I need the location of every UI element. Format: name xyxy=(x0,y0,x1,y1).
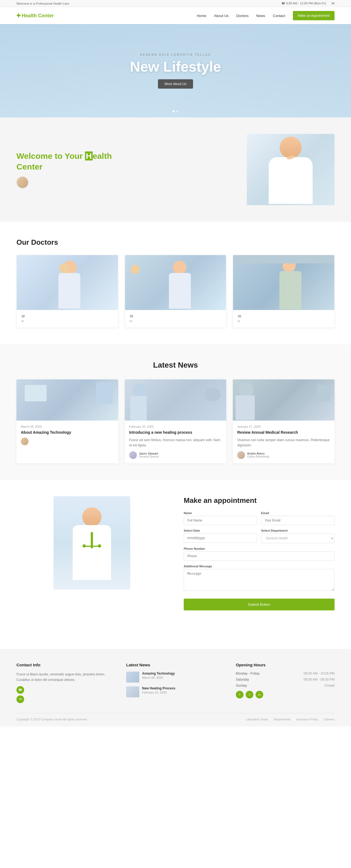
news-card-3: January 27, 2020 Review Annual Medical R… xyxy=(233,379,334,463)
news-author-avatar-2 xyxy=(129,451,137,459)
doctor-email-icon: ✉ xyxy=(237,319,242,323)
footer-news-title-1: Amazing Technology xyxy=(142,672,175,675)
welcome-avatar xyxy=(17,177,29,188)
welcome-heading: Welcome to Your HealthCenter xyxy=(17,151,167,172)
doctor-card-body-2: ☎ ✉ xyxy=(125,310,226,328)
doctors-section: Our Doctors ☎ ✉ xyxy=(0,222,351,344)
email-input[interactable] xyxy=(261,516,334,525)
news-date-1: March 08, 2020 xyxy=(21,425,114,428)
news-title-3: Review Annual Medical Research xyxy=(237,430,330,435)
make-appointment-button[interactable]: Make an Appointment xyxy=(293,11,334,20)
hours-day-3: Sunday xyxy=(236,684,247,687)
doctor-card: ☎ ✉ xyxy=(125,255,226,328)
hero-dot-1[interactable] xyxy=(172,110,175,113)
news-card-1: March 08, 2020 About Amazing Technology xyxy=(17,379,118,463)
department-select[interactable]: General HealthCardiologyNeurologyPediatr… xyxy=(261,533,334,543)
news-body-1: March 08, 2020 About Amazing Technology xyxy=(17,421,118,450)
hero-dot-2[interactable] xyxy=(176,110,179,113)
doctor-contact-2: ☎ ✉ xyxy=(129,314,133,323)
topbar: Welcome to a Professional Health Care ☎ … xyxy=(0,0,351,7)
footer-news-thumb-2 xyxy=(126,686,139,698)
news-image-1 xyxy=(17,379,118,421)
footer-grid: Contact Info Fusce ut libero iaculis, ve… xyxy=(17,662,334,705)
footer-copyright: Copyright © 2023 Company name All rights… xyxy=(17,718,87,721)
welcome-heading-part1: Welcome to Your xyxy=(17,151,85,160)
name-label: Name xyxy=(184,512,257,515)
footer-email-row: ✉ xyxy=(17,695,115,703)
social-facebook[interactable]: f xyxy=(236,691,244,699)
phone-label: Phone Number xyxy=(184,547,334,550)
news-grid: March 08, 2020 About Amazing Technology … xyxy=(17,379,334,463)
news-author-2: Jason Stewart General Director xyxy=(129,451,222,459)
topbar-email-icon: ✉ xyxy=(331,1,334,5)
footer-phone-icon: ☎ xyxy=(17,686,24,694)
nav-home[interactable]: Home xyxy=(197,14,206,18)
doctor-email-icon: ✉ xyxy=(129,319,133,323)
name-input[interactable] xyxy=(184,516,257,525)
topbar-phone: ☎ 8:00 AM - 12:00 PM (Mon-Fri) xyxy=(281,2,326,5)
date-input[interactable] xyxy=(184,533,257,542)
footer-link-lab[interactable]: Laboratory Tests xyxy=(246,718,268,721)
doctors-grid: ☎ ✉ ☎ ✉ xyxy=(17,255,334,328)
nav-news[interactable]: News xyxy=(256,14,265,18)
phone-input[interactable] xyxy=(184,551,334,561)
hours-time-1: 09:00 AM - 10:05 PM xyxy=(304,672,334,675)
appointment-form: Make an appointment Name Email Select Da… xyxy=(184,496,334,611)
footer-news-title: Latest News xyxy=(126,662,225,667)
news-author-role-2: General Director xyxy=(139,455,159,458)
doctor-card-body-3: ☎ ✉ xyxy=(233,310,334,328)
appointment-doctor-photo xyxy=(54,496,130,590)
doctor-photo-3 xyxy=(233,255,334,310)
footer-news-col: Latest News Amazing Technology March 08,… xyxy=(126,662,225,705)
footer-news-date-1: March 08, 2020 xyxy=(142,676,175,679)
nav-doctors[interactable]: Doctors xyxy=(236,14,249,18)
form-field-email: Email xyxy=(261,512,334,525)
hero-title: New Lifestyle xyxy=(130,58,221,75)
news-author-role-3: Online Advertising xyxy=(247,455,269,458)
doctor-card: ☎ ✉ xyxy=(233,255,334,328)
news-section: Latest News March 08, 2020 About Amazing… xyxy=(0,344,351,480)
hero-cta-button[interactable]: More About Us xyxy=(158,79,193,89)
hero-section: AENEAN DUIS LOBORTIS TELLUS New Lifestyl… xyxy=(0,24,351,117)
news-author-3: Andrio Abero Online Advertising xyxy=(237,451,330,459)
footer-link-careers[interactable]: Careers xyxy=(324,718,334,721)
form-field-phone: Phone Number xyxy=(184,547,334,561)
social-instagram[interactable]: in xyxy=(256,691,263,699)
footer-bottom-links: Laboratory Tests Departments Insurance P… xyxy=(246,718,334,721)
nav-about[interactable]: About Us xyxy=(214,14,228,18)
date-label: Select Date xyxy=(184,529,257,532)
welcome-section: Welcome to Your HealthCenter xyxy=(0,117,351,222)
form-row-name-email: Name Email xyxy=(184,512,334,525)
footer: Contact Info Fusce ut libero iaculis, ve… xyxy=(0,649,351,726)
footer-link-dept[interactable]: Departments xyxy=(274,718,291,721)
news-card-2: February 20, 2020 Introducing a new heal… xyxy=(125,379,226,463)
form-field-message: Additional Message xyxy=(184,565,334,592)
news-author-details-2: Jason Stewart General Director xyxy=(139,452,159,458)
news-body-2: February 20, 2020 Introducing a new heal… xyxy=(125,421,226,463)
message-label: Additional Message xyxy=(184,565,334,568)
footer-phone-row: ☎ xyxy=(17,686,115,694)
doctor-phone-icon: ☎ xyxy=(129,314,133,318)
dept-label: Select Department xyxy=(261,529,334,532)
news-author-details-3: Andrio Abero Online Advertising xyxy=(247,452,269,458)
message-textarea[interactable] xyxy=(184,569,334,591)
welcome-heading-highlight: H xyxy=(85,151,93,160)
footer-contact-col: Contact Info Fusce ut libero iaculis, ve… xyxy=(17,662,115,705)
footer-link-insurance[interactable]: Insurance Policy xyxy=(296,718,318,721)
nav-contact[interactable]: Contact xyxy=(273,14,285,18)
footer-news-info-2: New Healing Process February 15, 2020 xyxy=(142,686,175,694)
form-row-date-dept: Select Date Select Department General He… xyxy=(184,529,334,543)
welcome-doctor-photo xyxy=(247,134,334,205)
form-row-phone: Phone Number xyxy=(184,547,334,561)
hero-subtitle: AENEAN DUIS LOBORTIS TELLUS xyxy=(140,53,211,56)
email-label: Email xyxy=(261,512,334,515)
hero-dots xyxy=(172,110,179,113)
news-excerpt-3: Vivamus non nulla semper diam cursus max… xyxy=(237,438,330,448)
footer-contact-desc: Fusce ut libero iaculis, venenatis augue… xyxy=(17,672,115,683)
submit-button[interactable]: Submit Button xyxy=(184,598,334,611)
news-author-avatar-1 xyxy=(21,438,29,445)
hours-row-2: Saturday 09:00 AM - 09:30 PM xyxy=(236,678,334,681)
social-twitter[interactable]: t xyxy=(246,691,253,699)
appointment-section: Make an appointment Name Email Select Da… xyxy=(0,480,351,627)
footer-hours-title: Opening Hours xyxy=(236,662,334,667)
